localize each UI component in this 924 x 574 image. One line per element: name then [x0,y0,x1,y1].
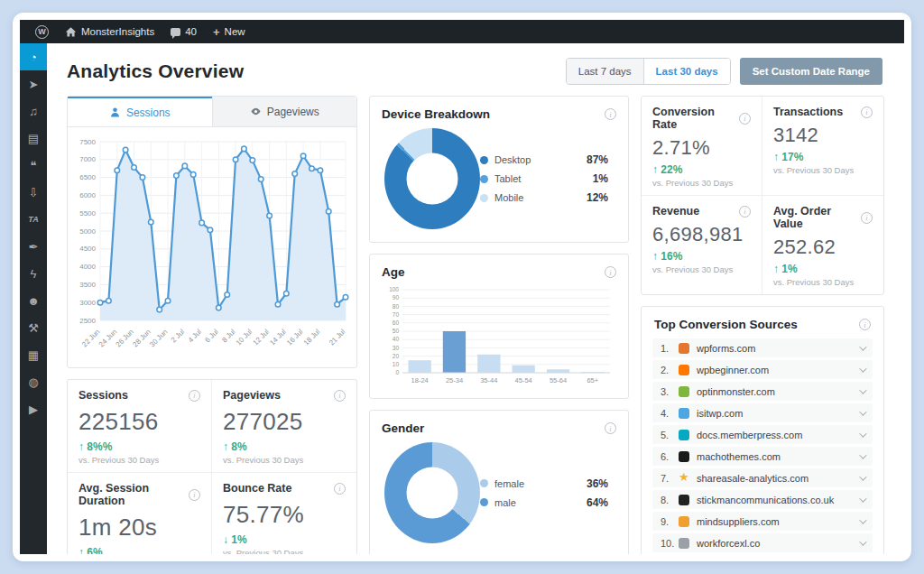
source-row-stickmancommunications.co.uk[interactable]: 8.stickmancommunications.co.uk [652,490,873,509]
favicon-icon [679,516,689,527]
sidebar-item-player[interactable]: ▶ [20,395,47,422]
stat-card-0: Conversion Ratei2.71%↑ 22%vs. Previous 3… [642,97,762,196]
chevron-down-icon[interactable] [859,408,866,415]
source-row-docs.memberpress.com[interactable]: 5.docs.memberpress.com [652,425,873,444]
stat-card-2: Avg. Session Durationi1m 20s↑ 6%vs. Prev… [68,473,212,554]
sidebar-item-appearance[interactable]: ✒ [20,233,47,260]
chevron-down-icon[interactable] [859,343,866,350]
stat-value: 252.62 [773,236,873,259]
download-icon: ⇩ [29,186,39,199]
stat-change: ↑ 16% [652,250,751,263]
source-row-workforcexl.co[interactable]: 10.workforcexl.co [652,533,873,552]
wordpress-logo-icon: W [35,25,49,39]
sidebar-item-comments[interactable]: ❝ [20,152,47,179]
tab-pageviews[interactable]: Pageviews [212,97,357,126]
stat-value: 6,698,981 [652,223,751,246]
source-row-machothemes.com[interactable]: 6.machothemes.com [652,447,873,466]
sidebar-item-ta-plugin[interactable]: TA [20,206,47,233]
chevron-down-icon[interactable] [859,386,866,393]
source-row-mindsuppliers.com[interactable]: 9.mindsuppliers.com [652,512,873,531]
ta-icon: TA [28,215,38,224]
sidebar-item-dashboard[interactable]: ◔ [20,43,47,70]
source-row-wpforms.com[interactable]: 1.wpforms.com [652,338,873,357]
chevron-down-icon[interactable] [859,538,866,545]
main-content: Analytics Overview Last 7 days Last 30 d… [47,43,904,554]
chevron-down-icon[interactable] [859,451,866,458]
legend-label: male [494,497,516,508]
chevron-down-icon[interactable] [859,473,866,480]
age-card: Age i 010203040506070809010018-2425-3435… [369,254,629,399]
traffic-stats-grid: Sessionsi225156↑ 8%%vs. Previous 30 Days… [67,379,357,554]
legend-value: 36% [587,477,608,490]
svg-text:30: 30 [393,345,400,351]
sidebar-item-settings[interactable]: ▦ [20,341,47,368]
chevron-down-icon[interactable] [859,365,866,372]
info-icon[interactable]: i [189,489,200,501]
source-row-isitwp.com[interactable]: 4.isitwp.com [652,403,873,422]
sidebar-item-tools[interactable]: ⚒ [20,314,47,341]
legend-item-tablet: Tablet1% [480,172,608,185]
sidebar-item-downloads[interactable]: ⇩ [20,179,47,206]
legend-label: female [494,478,524,489]
sidebar-item-posts[interactable]: ➤ [20,70,47,97]
wordpress-logo-menu[interactable]: W [27,20,57,43]
chevron-down-icon[interactable] [859,516,866,523]
info-icon[interactable]: i [334,390,346,402]
info-icon[interactable]: i [861,106,873,118]
stat-card-3: Bounce Ratei75.77%↓ 1%vs. Previous 30 Da… [212,473,356,554]
info-icon[interactable]: i [861,212,873,224]
comments-menu[interactable]: 40 [162,20,205,43]
svg-text:4000: 4000 [79,263,96,271]
source-row-optinmonster.com[interactable]: 3.optinmonster.com [652,382,873,401]
source-row-shareasale-analytics.com[interactable]: 7.★shareasale-analytics.com [652,468,873,487]
source-rank: 4. [661,408,679,419]
sessions-chart-card: Sessions Pageviews 250030003500400045005… [67,96,357,368]
tools-icon: ⚒ [28,321,39,335]
chevron-down-icon[interactable] [859,495,866,502]
tab-sessions[interactable]: Sessions [68,97,212,126]
comment-bubble-icon [171,28,180,36]
svg-text:10: 10 [393,361,400,367]
sidebar-item-media[interactable]: ♫ [20,97,47,125]
age-title: Age [382,265,405,279]
stat-value: 3142 [773,124,873,147]
last-30-days-button[interactable]: Last 30 days [644,59,730,84]
info-icon[interactable]: i [605,266,616,278]
legend-dot [480,479,488,487]
ecommerce-stats-grid: Conversion Ratei2.71%↑ 22%vs. Previous 3… [641,96,884,295]
info-icon[interactable]: i [189,390,200,402]
new-content-menu[interactable]: + New [205,20,254,43]
svg-text:12 Jul: 12 Jul [252,328,272,347]
sidebar-item-users[interactable]: ☻ [20,287,47,314]
info-icon[interactable]: i [859,319,871,330]
legend-dot [480,175,488,183]
info-icon[interactable]: i [334,483,346,495]
source-domain: isitwp.com [697,408,743,419]
info-icon[interactable]: i [739,113,751,125]
source-row-wpbeginner.com[interactable]: 2.wpbeginner.com [652,360,873,379]
info-icon[interactable]: i [739,206,751,218]
info-icon[interactable]: i [605,422,616,434]
tab-sessions-label: Sessions [126,106,171,119]
source-domain: stickmancommunications.co.uk [697,495,834,505]
legend-value: 64% [587,496,608,509]
comment-count: 40 [185,26,197,37]
dashboard-grid: Sessions Pageviews 250030003500400045005… [47,94,904,554]
info-icon[interactable]: i [605,108,616,120]
set-custom-date-range-button[interactable]: Set Custom Date Range [740,58,882,85]
device-breakdown-card: Device Breakdown i Desktop87%Tablet1%Mob… [369,96,629,243]
date-controls: Last 7 days Last 30 days Set Custom Date… [566,58,882,85]
source-domain: wpforms.com [697,343,755,354]
chevron-down-icon[interactable] [859,430,866,437]
stat-label: Sessions [79,389,128,402]
sidebar-item-pages[interactable]: ▤ [20,125,47,152]
last-7-days-button[interactable]: Last 7 days [567,59,644,84]
sidebar-item-notifications[interactable]: ◍ [20,368,47,395]
sidebar-item-plugins[interactable]: ϟ [20,260,47,287]
svg-text:35-44: 35-44 [480,376,497,384]
source-rank: 5. [661,430,679,440]
source-rank: 8. [661,495,679,505]
plus-icon: + [213,25,220,39]
site-name-menu[interactable]: MonsterInsights [57,20,162,43]
source-domain: wpbeginner.com [697,365,769,375]
